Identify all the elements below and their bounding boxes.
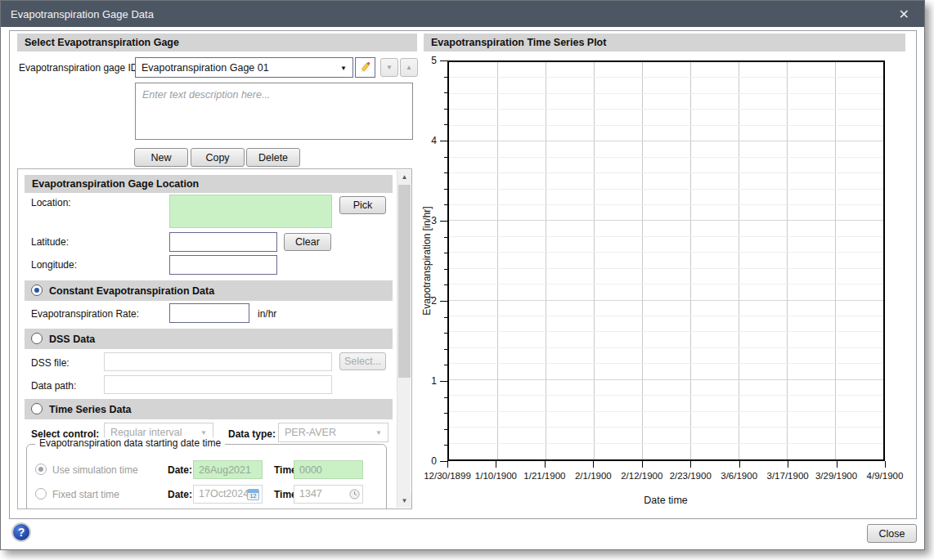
v-gridline <box>642 62 643 459</box>
description-textarea[interactable] <box>135 83 413 140</box>
x-tick-label: 1/21/1900 <box>523 471 565 481</box>
y-tick <box>444 365 447 365</box>
x-tick <box>447 461 448 468</box>
close-icon[interactable]: ✕ <box>894 7 914 22</box>
rate-label: Evapotranspiration Rate: <box>31 308 139 320</box>
h-gridline <box>449 125 883 126</box>
clock-icon[interactable] <box>349 489 360 500</box>
chevron-down-icon: ▼ <box>402 497 408 504</box>
copy-button[interactable]: Copy <box>191 148 245 167</box>
v-gridline <box>594 62 595 459</box>
y-tick <box>444 349 447 350</box>
y-tick <box>444 445 447 446</box>
y-tick <box>444 333 447 334</box>
dss-select-button[interactable]: Select... <box>339 352 386 370</box>
fixed-date-field[interactable]: 17Oct2024 12 <box>193 485 263 504</box>
y-tick <box>444 237 447 238</box>
pencil-icon <box>358 60 372 74</box>
x-tick-label: 3/29/1900 <box>815 471 857 481</box>
y-tick-label: 0 <box>431 455 437 467</box>
h-gridline <box>449 300 883 301</box>
plot-area <box>447 60 885 461</box>
v-gridline <box>690 62 691 459</box>
dss-file-label: DSS file: <box>31 357 70 369</box>
dss-header-label: DSS Data <box>49 334 95 345</box>
y-tick-label: 4 <box>431 135 437 146</box>
chevron-down-icon: ▼ <box>375 429 382 437</box>
data-path-field[interactable] <box>104 375 332 394</box>
window-title: Evapotranspiration Gage Data <box>11 8 894 20</box>
fixed-start-time-radio[interactable] <box>35 488 47 500</box>
x-tick <box>496 461 496 468</box>
y-tick <box>444 413 447 414</box>
select-control-value: Regular interval <box>110 427 182 438</box>
timeseries-data-radio[interactable] <box>31 403 43 414</box>
longitude-field[interactable] <box>169 255 277 275</box>
data-type-combobox[interactable]: PER-AVER ▼ <box>278 423 388 442</box>
h-gridline <box>449 411 883 412</box>
sim-date-field[interactable] <box>193 460 263 479</box>
dss-section-header: DSS Data <box>25 329 393 349</box>
timeseries-section-header: Time Series Data <box>25 399 393 419</box>
h-gridline <box>449 93 883 94</box>
x-tick-label: 4/9/1900 <box>867 471 904 481</box>
rename-gage-button[interactable] <box>355 57 375 78</box>
help-button[interactable]: ? <box>11 522 31 542</box>
calendar-icon[interactable]: 12 <box>247 489 259 500</box>
h-gridline <box>449 109 883 110</box>
x-tick-label: 2/1/1900 <box>575 471 612 481</box>
previous-gage-button[interactable]: ▼ <box>380 58 398 77</box>
h-gridline <box>449 443 883 444</box>
start-datetime-groupbox: Evapotranspiration data starting date ti… <box>26 444 387 509</box>
scroll-up-button[interactable]: ▲ <box>397 170 411 184</box>
location-label: Location: <box>31 197 71 208</box>
title-bar: Evapotranspiration Gage Data ✕ <box>1 1 924 27</box>
dss-file-field[interactable] <box>104 352 332 371</box>
y-tick <box>440 221 447 222</box>
gage-id-value: Evapotranspiration Gage 01 <box>141 62 269 74</box>
h-gridline <box>449 236 883 237</box>
scrollbar-thumb[interactable] <box>398 185 411 378</box>
gage-id-combobox[interactable]: Evapotranspiration Gage 01 ▼ <box>135 57 353 78</box>
x-tick <box>690 461 691 468</box>
constant-data-section-header: Constant Evapotranspiration Data <box>25 280 393 301</box>
dss-data-radio[interactable] <box>31 333 43 344</box>
latitude-field[interactable] <box>169 232 277 252</box>
h-gridline <box>449 189 883 190</box>
fixed-time-field[interactable]: 1347 <box>294 485 363 504</box>
new-button[interactable]: New <box>134 148 188 167</box>
x-tick <box>642 461 643 468</box>
x-tick-label: 3/17/1900 <box>767 471 809 481</box>
constant-data-radio[interactable] <box>31 284 43 296</box>
v-gridline <box>787 62 788 459</box>
location-value-field[interactable] <box>169 195 332 228</box>
chevron-down-icon: ▼ <box>200 429 207 437</box>
v-gridline <box>546 62 546 459</box>
y-tick <box>444 429 447 430</box>
clear-location-button[interactable]: Clear <box>284 233 331 251</box>
close-button[interactable]: Close <box>867 524 917 543</box>
chevron-up-icon: ▲ <box>406 64 412 71</box>
h-gridline <box>449 204 883 205</box>
rate-field[interactable] <box>169 303 249 323</box>
fixed-date-label: Date: <box>168 489 192 500</box>
plot-section-header: Evapotranspiration Time Series Plot <box>424 34 905 52</box>
sim-date-label: Date: <box>168 464 192 476</box>
y-tick <box>444 172 447 173</box>
x-tick <box>739 461 740 468</box>
h-gridline <box>449 379 883 380</box>
x-tick-label: 2/23/1900 <box>670 471 712 481</box>
x-axis-ticks <box>447 461 885 468</box>
x-axis-tick-labels: 12/30/18991/10/19001/21/19002/1/19002/12… <box>447 471 885 484</box>
pick-location-button[interactable]: Pick <box>339 196 386 214</box>
h-gridline <box>449 284 883 284</box>
vertical-scrollbar[interactable]: ▲ ▼ <box>397 170 411 508</box>
delete-button[interactable]: Delete <box>246 148 300 167</box>
y-tick <box>440 381 447 382</box>
sim-time-field[interactable] <box>294 460 363 479</box>
y-tick <box>444 189 447 190</box>
y-tick <box>440 461 447 462</box>
scroll-down-button[interactable]: ▼ <box>397 494 411 508</box>
use-simulation-time-radio[interactable] <box>35 464 47 475</box>
start-datetime-group-title: Evapotranspiration data starting date ti… <box>35 437 225 449</box>
